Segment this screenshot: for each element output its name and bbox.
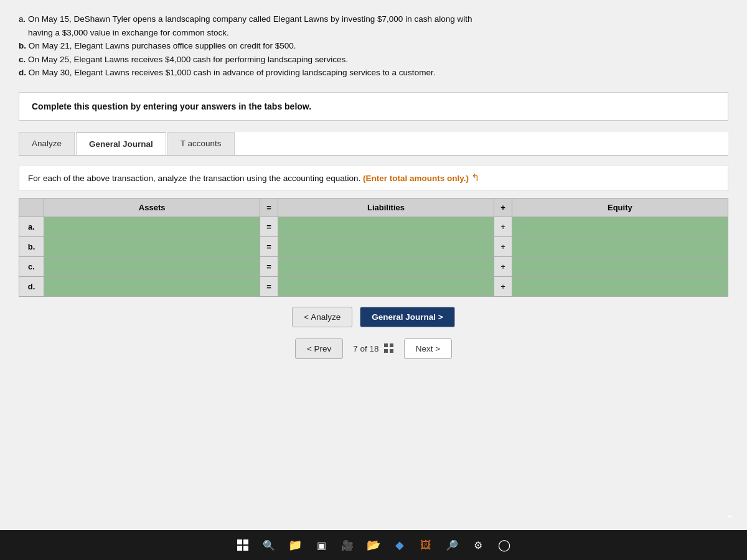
table-row: d. = +	[19, 276, 728, 296]
equity-field-b[interactable]	[517, 240, 723, 253]
assets-input-d[interactable]	[44, 276, 260, 296]
tabs-container: Analyze General Journal T accounts	[19, 132, 728, 156]
next-button[interactable]: Next >	[404, 338, 452, 359]
table-row: c. = +	[19, 256, 728, 276]
pagination-nav: < Prev 7 of 18 Next >	[19, 338, 728, 359]
table-row: a. = +	[19, 217, 728, 236]
header-equity: Equity	[512, 198, 728, 217]
assets-input-a[interactable]	[44, 217, 260, 236]
plus-a: +	[494, 217, 512, 236]
edge-icon: ◆	[395, 538, 404, 552]
line-a2: having a $3,000 value in exchange for co…	[19, 26, 728, 40]
general-journal-button[interactable]: General Journal >	[360, 307, 454, 327]
windows-icon	[237, 539, 248, 551]
header-assets: Assets	[44, 198, 260, 217]
equals-b: =	[260, 236, 278, 256]
camera-icon: 🎥	[341, 539, 354, 551]
equity-input-d[interactable]	[512, 276, 728, 296]
assets-input-b[interactable]	[44, 236, 260, 256]
instruction-text: For each of the above transaction, analy…	[19, 165, 728, 190]
header-plus: +	[494, 198, 512, 217]
liabilities-input-b[interactable]	[278, 236, 494, 256]
liabilities-field-a[interactable]	[283, 220, 489, 233]
equity-field-a[interactable]	[517, 220, 723, 233]
line-a: a. On May 15, DeShawn Tyler opens a land…	[19, 12, 728, 26]
yellow-folder-button[interactable]: 📂	[365, 536, 382, 554]
equity-input-a[interactable]	[512, 217, 728, 236]
assets-field-b[interactable]	[49, 240, 255, 253]
plus-c: +	[494, 256, 512, 276]
grid-icon	[384, 343, 394, 353]
yellow-folder-icon: 📂	[367, 538, 380, 552]
equals-c: =	[260, 256, 278, 276]
line-c-bold: c.	[19, 55, 26, 64]
search-icon: 🔍	[263, 539, 275, 551]
table-row: b. = +	[19, 236, 728, 256]
analyze-back-button[interactable]: < Analyze	[292, 307, 352, 327]
line-a-text: a. On May 15, DeShawn Tyler opens a land…	[19, 14, 472, 24]
circle-button[interactable]: ◯	[496, 536, 513, 554]
complete-question-box: Complete this question by entering your …	[19, 92, 728, 121]
scroll-up-indicator: ⌃	[725, 513, 735, 526]
line-b-bold: b.	[19, 41, 26, 50]
search-button[interactable]: 🔍	[260, 536, 278, 554]
tablet-button[interactable]: ▣	[312, 536, 330, 554]
equity-field-c[interactable]	[517, 260, 723, 273]
liabilities-field-d[interactable]	[283, 280, 489, 293]
line-b-text: On May 21, Elegant Lawns purchases offic…	[29, 41, 296, 50]
header-equals: =	[260, 198, 278, 217]
folder-icon: 📁	[288, 538, 302, 552]
taskbar: 🔍 📁 ▣ 🎥 📂 ◆ 🖼 🔎 ⚙ ◯	[0, 530, 747, 560]
tab-analyze[interactable]: Analyze	[19, 132, 75, 155]
liabilities-field-b[interactable]	[283, 240, 489, 253]
row-label-d: d.	[19, 276, 44, 296]
camera-button[interactable]: 🎥	[339, 536, 356, 554]
assets-field-a[interactable]	[49, 220, 255, 233]
problem-text: a. On May 15, DeShawn Tyler opens a land…	[19, 12, 728, 80]
prev-button[interactable]: < Prev	[295, 338, 343, 359]
liabilities-field-c[interactable]	[283, 260, 489, 273]
equity-field-d[interactable]	[517, 280, 723, 293]
header-liabilities: Liabilities	[278, 198, 494, 217]
row-label-b: b.	[19, 236, 44, 256]
cursor-icon: ↰	[471, 172, 479, 183]
line-c: c. On May 25, Elegant Lawns receives $4,…	[19, 53, 728, 67]
settings-icon: ⚙	[474, 539, 482, 551]
plus-d: +	[494, 276, 512, 296]
tab-t-accounts[interactable]: T accounts	[167, 132, 235, 155]
assets-input-c[interactable]	[44, 256, 260, 276]
edge-button[interactable]: ◆	[391, 536, 408, 554]
liabilities-input-a[interactable]	[278, 217, 494, 236]
line-d-text: On May 30, Elegant Lawns receives $1,000…	[29, 68, 436, 77]
equals-a: =	[260, 217, 278, 236]
assets-field-c[interactable]	[49, 260, 255, 273]
liabilities-input-d[interactable]	[278, 276, 494, 296]
magnifier-icon: 🔎	[446, 539, 458, 551]
file-explorer-button[interactable]: 📁	[286, 536, 304, 554]
liabilities-input-c[interactable]	[278, 256, 494, 276]
accounting-table: Assets = Liabilities + Equity a. = + b. …	[19, 198, 728, 297]
page-number: 7 of 18	[353, 344, 378, 353]
page-info: 7 of 18	[353, 343, 393, 353]
circle-icon: ◯	[498, 538, 510, 552]
line-d: d. On May 30, Elegant Lawns receives $1,…	[19, 66, 728, 80]
photos-button[interactable]: 🖼	[417, 536, 435, 554]
equity-input-b[interactable]	[512, 236, 728, 256]
line-d-bold: d.	[19, 68, 26, 77]
settings-button[interactable]: ⚙	[469, 536, 487, 554]
instruction-highlight: (Enter total amounts only.)	[363, 174, 469, 183]
table-header-row: Assets = Liabilities + Equity	[19, 198, 728, 217]
windows-start-button[interactable]	[234, 536, 251, 554]
plus-b: +	[494, 236, 512, 256]
tab-general-journal[interactable]: General Journal	[76, 132, 166, 155]
line-a2-text: having a $3,000 value in exchange for co…	[28, 28, 229, 37]
equity-input-c[interactable]	[512, 256, 728, 276]
equals-d: =	[260, 276, 278, 296]
complete-question-text: Complete this question by entering your …	[32, 101, 715, 111]
photos-icon: 🖼	[420, 539, 431, 552]
assets-field-d[interactable]	[49, 280, 255, 293]
row-label-a: a.	[19, 217, 44, 236]
line-b: b. On May 21, Elegant Lawns purchases of…	[19, 39, 728, 53]
header-empty	[19, 198, 44, 217]
magnifier-button[interactable]: 🔎	[443, 536, 461, 554]
